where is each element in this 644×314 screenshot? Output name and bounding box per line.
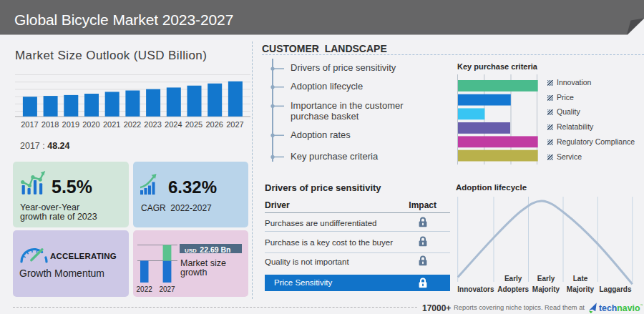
svg-text:2025: 2025 <box>185 120 203 129</box>
svg-text:2017: 2017 <box>21 120 38 129</box>
svg-text:Majority: Majority <box>567 285 595 293</box>
svg-text:2022: 2022 <box>137 285 153 293</box>
svg-text:Late: Late <box>573 275 588 283</box>
svg-text:technavio™: technavio™ <box>599 303 643 313</box>
svg-text:2027: 2027 <box>226 120 243 129</box>
svg-text:Adopters: Adopters <box>497 285 529 293</box>
svg-text:2026: 2026 <box>205 120 223 129</box>
svg-text:2023: 2023 <box>144 120 161 129</box>
svg-text:Early: Early <box>504 275 522 283</box>
svg-text:2019: 2019 <box>62 120 79 129</box>
svg-text:2018: 2018 <box>42 120 59 129</box>
svg-text:Innovators: Innovators <box>457 285 494 293</box>
svg-text:Majority: Majority <box>532 285 560 293</box>
svg-text:Laggards: Laggards <box>599 285 631 293</box>
svg-text:Early: Early <box>537 275 555 283</box>
svg-text:2027: 2027 <box>159 285 175 293</box>
svg-text:2021: 2021 <box>103 120 120 129</box>
svg-text:2024: 2024 <box>165 120 182 129</box>
svg-text:2020: 2020 <box>82 120 99 129</box>
svg-text:2022: 2022 <box>124 120 141 129</box>
